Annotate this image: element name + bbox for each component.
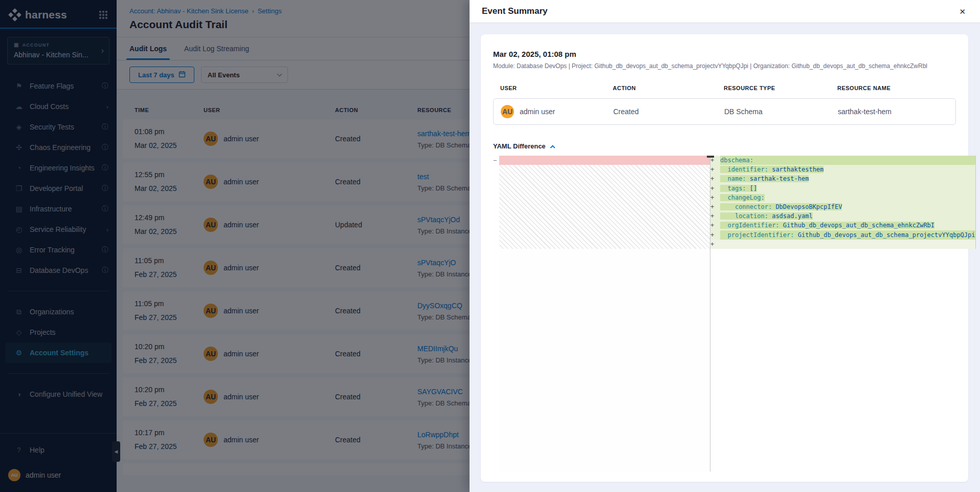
plus-gutter-icon: + (710, 230, 720, 240)
yaml-key: location: (735, 212, 768, 220)
diff-code: location: asdsad.yaml (720, 211, 976, 221)
diff-code: projectIdentifier: Github_db_devops_aut_… (720, 230, 976, 240)
diff-added-line: + changeLog: (710, 193, 980, 202)
close-icon[interactable]: ✕ (957, 6, 968, 17)
plus-gutter-icon: + (710, 240, 720, 249)
diff-added-line: + tags: [] (710, 184, 980, 193)
diff-added-line: + (710, 240, 980, 249)
diff-code: dbschema: (720, 156, 976, 165)
avatar: AU (501, 105, 514, 118)
yaml-key: connector: (735, 203, 772, 210)
yaml-value: sarthaktesthem (772, 166, 823, 173)
yaml-value: Github_db_devops_aut_db_schema_ehnkcZwRb… (783, 222, 934, 229)
yaml-key: dbschema: (720, 157, 753, 164)
plus-gutter-icon: + (710, 193, 720, 202)
plus-gutter-icon: + (710, 202, 720, 211)
event-action: Created (613, 108, 724, 116)
panel-title: Event Summary (482, 6, 548, 16)
diff-added-line: + projectIdentifier: Github_db_devops_au… (710, 230, 980, 240)
yaml-key: changeLog: (727, 194, 764, 201)
event-user: admin user (520, 108, 555, 116)
diff-added-line: + location: asdsad.yaml (710, 211, 980, 221)
diff-left-gutter: − (493, 156, 499, 472)
diff-empty-hatch (499, 165, 710, 249)
diff-original-pane (499, 156, 710, 472)
diff-code: tags: [] (720, 184, 976, 193)
yaml-diff-viewer: − +dbschema:+ identifier: sarthaktesthem… (493, 156, 956, 472)
event-table-header: USER ACTION RESOURCE TYPE RESOURCE NAME (493, 85, 956, 91)
yaml-value: sarthak-test-hem (750, 175, 809, 182)
diff-added-line: + connector: DbDevopsoBKpcpIfEV (710, 202, 980, 211)
diff-added-line: + name: sarthak-test-hem (710, 174, 980, 183)
yaml-key: projectIdentifier: (727, 231, 794, 239)
diff-code: name: sarthak-test-hem (720, 174, 976, 183)
plus-gutter-icon: + (710, 174, 720, 183)
event-table-row: AU admin user Created DB Schema sarthak-… (493, 98, 956, 125)
yaml-key: name: (727, 175, 746, 182)
plus-gutter-icon: + (710, 221, 720, 230)
event-card: Mar 02, 2025, 01:08 pm Module: Database … (481, 34, 968, 482)
yaml-value: Github_db_devops_aut_db_schema_projectvY… (798, 231, 975, 239)
yaml-key: orgIdentifier: (727, 222, 779, 229)
plus-gutter-icon: + (710, 165, 720, 174)
diff-added-line: + identifier: sarthaktesthem (710, 165, 980, 174)
diff-added-line: +dbschema: (710, 156, 980, 165)
yaml-value: asdsad.yaml (772, 212, 812, 220)
diff-code: changeLog: (720, 193, 976, 202)
event-resource-name: sarthak-test-hem (838, 108, 955, 116)
event-timestamp: Mar 02, 2025, 01:08 pm (493, 50, 956, 58)
yaml-difference-toggle[interactable]: YAML Difference (493, 142, 554, 150)
event-resource-type: DB Schema (724, 108, 838, 116)
diff-code (720, 240, 976, 249)
diff-modified-pane: +dbschema:+ identifier: sarthaktesthem+ … (710, 156, 980, 472)
yaml-key: identifier: (727, 166, 768, 173)
yaml-value: DbDevopsoBKpcpIfEV (775, 203, 842, 210)
diff-code: orgIdentifier: Github_db_devops_aut_db_s… (720, 221, 976, 230)
yaml-value: [] (750, 185, 757, 192)
plus-gutter-icon: + (710, 211, 720, 221)
chevron-up-icon (550, 145, 555, 150)
diff-code: identifier: sarthaktesthem (720, 165, 976, 174)
diff-added-lines: +dbschema:+ identifier: sarthaktesthem+ … (710, 156, 980, 249)
yaml-key: tags: (727, 185, 746, 192)
diff-added-line: + orgIdentifier: Github_db_devops_aut_db… (710, 221, 980, 230)
diff-deleted-line (499, 156, 710, 165)
event-meta: Module: Database DevOps | Project: Githu… (493, 62, 956, 70)
app-root: harness ▣ ACCOUNT Abhinav - Kitchen Sin.… (0, 0, 980, 492)
plus-gutter-icon: + (710, 184, 720, 193)
event-summary-panel: Event Summary ✕ Mar 02, 2025, 01:08 pm M… (470, 0, 980, 492)
diff-fold-marker (707, 156, 714, 158)
diff-code: connector: DbDevopsoBKpcpIfEV (720, 202, 976, 211)
